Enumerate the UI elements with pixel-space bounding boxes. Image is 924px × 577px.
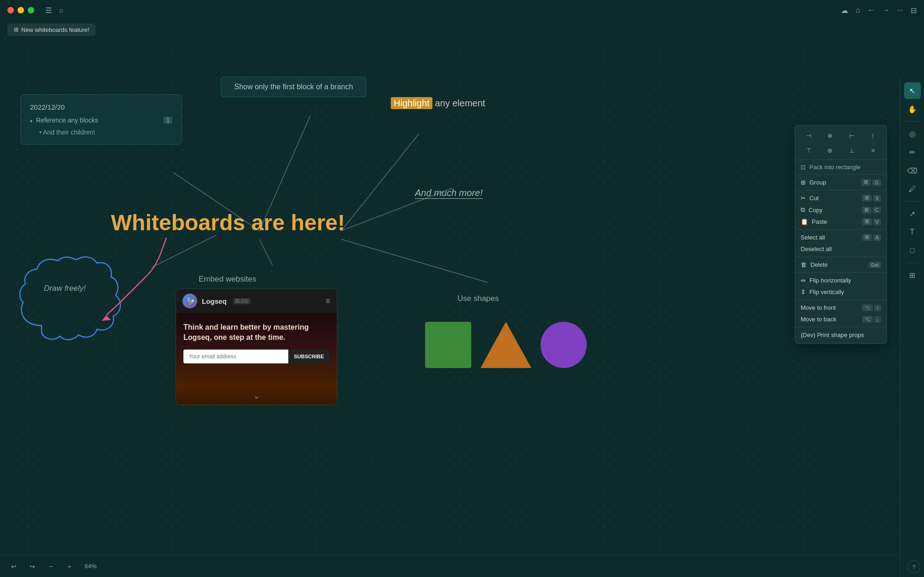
show-block-box: Show only the first block of a branch — [221, 77, 366, 97]
align-row-2: ⊤ ⊕ ⊥ ≡ — [795, 143, 887, 158]
cut-icon: ✂ — [801, 195, 806, 202]
toolbar-sep-1 — [906, 121, 919, 122]
embed-card[interactable]: 🦤 Logseq BLOG ≡ Think and learn better b… — [176, 288, 337, 405]
menu-item-move-front[interactable]: Move to front ⌥ ↑ — [795, 302, 887, 313]
shapes-label: Use shapes — [457, 294, 499, 303]
menu-item-paste[interactable]: 📋 Paste ⌘ V — [795, 216, 887, 227]
hamburger-icon[interactable]: ☰ — [45, 6, 52, 15]
orange-triangle[interactable] — [480, 322, 531, 368]
key-up: ↑ — [874, 305, 881, 311]
align-left-icon[interactable]: ⊣ — [803, 130, 814, 141]
embed-label-text: Embed websites — [199, 275, 256, 283]
undo-button[interactable]: ↩ — [7, 560, 20, 573]
paste-label: Paste — [812, 218, 827, 225]
cut-shortcut: ⌘ X — [862, 195, 881, 202]
select-all-shortcut: ⌘ A — [862, 234, 881, 241]
subscribe-button[interactable]: SUBSCRIBE — [288, 350, 329, 363]
main-title: Whiteboards are here! — [111, 210, 345, 235]
tab-bar: ⊞ New whiteboards feature! — [0, 20, 924, 39]
logseq-logo: 🦤 — [182, 294, 197, 308]
email-input[interactable] — [183, 350, 288, 363]
close-button[interactable] — [7, 7, 14, 13]
more-icon[interactable]: ··· — [897, 6, 903, 14]
back-icon[interactable]: ← — [868, 6, 875, 14]
pencil-tool[interactable]: ✏ — [904, 144, 921, 160]
pen-tool[interactable]: 🖊 — [904, 181, 921, 197]
align-top-icon[interactable]: ⊤ — [803, 145, 814, 156]
move-front-label: Move to front — [801, 304, 836, 311]
key-cmd5: ⌘ — [862, 234, 872, 241]
arrow-tool[interactable]: ↗ — [904, 205, 921, 222]
pack-icon: ⊡ — [801, 164, 806, 171]
tab-whiteboards[interactable]: ⊞ New whiteboards feature! — [7, 24, 96, 36]
embed-chevron[interactable]: ⌄ — [176, 387, 337, 405]
titlebar-icons: ☰ ⌕ — [45, 6, 64, 15]
align-center-h-icon[interactable]: ⊕ — [825, 130, 836, 141]
menu-divider-7 — [795, 327, 887, 327]
key-x: X — [873, 195, 881, 202]
tab-label: New whiteboards feature! — [21, 26, 89, 33]
align-middle-icon[interactable]: ⊕ — [825, 145, 836, 156]
zoom-level: 64% — [81, 563, 100, 570]
help-button[interactable]: ? — [907, 560, 920, 573]
key-opt2: ⌥ — [862, 316, 873, 323]
menu-item-delete[interactable]: 🗑 Delete Del — [795, 259, 887, 270]
embed-menu-icon[interactable]: ≡ — [325, 296, 330, 306]
purple-circle[interactable] — [541, 322, 587, 368]
menu-item-move-back[interactable]: Move to back ⌥ ↓ — [795, 313, 887, 325]
key-cmd3: ⌘ — [862, 207, 871, 214]
align-bottom-icon[interactable]: ⊥ — [846, 145, 857, 156]
maximize-button[interactable] — [28, 7, 34, 13]
flip-v-label: Flip vertically — [809, 288, 844, 295]
minimize-button[interactable] — [18, 7, 24, 13]
flip-h-icon: ⇔ — [801, 277, 806, 284]
cursor-tool[interactable]: ↖ — [904, 82, 921, 99]
date-title: 2022/12/20 — [30, 103, 172, 111]
shapes-label-text: Use shapes — [457, 294, 499, 303]
svg-line-6 — [152, 235, 216, 267]
distribute-h-icon[interactable]: ⫶ — [868, 130, 879, 141]
embed-tagline-line1: Think and learn better by mastering — [183, 323, 309, 331]
move-back-shortcut: ⌥ ↓ — [862, 316, 881, 323]
embed-email-row: SUBSCRIBE — [183, 350, 329, 363]
menu-item-select-all[interactable]: Select all ⌘ A — [795, 232, 887, 243]
distribute-v-icon[interactable]: ≡ — [868, 145, 879, 156]
layout-icon[interactable]: ⊟ — [911, 6, 917, 15]
bullet-dot: • — [30, 117, 32, 125]
canvas-area: 2022/12/20 • Reference any blocks 1 • An… — [0, 39, 924, 577]
svg-line-4 — [260, 239, 273, 265]
redo-button[interactable]: ↪ — [26, 560, 39, 573]
align-right-icon[interactable]: ⊢ — [846, 130, 857, 141]
dev-print-label: (Dev) Print shape props — [801, 331, 864, 338]
search-icon[interactable]: ⌕ — [59, 6, 64, 14]
frame-tool[interactable]: ⊞ — [904, 267, 921, 283]
target-tool[interactable]: ◎ — [904, 125, 921, 142]
shape-tool[interactable]: □ — [904, 242, 921, 259]
group-icon: ⊞ — [801, 179, 806, 186]
cloud-icon[interactable]: ☁ — [841, 6, 848, 15]
menu-item-copy[interactable]: ⧉ Copy ⌘ C — [795, 204, 887, 216]
date-card: 2022/12/20 • Reference any blocks 1 • An… — [20, 94, 182, 145]
green-square[interactable] — [425, 322, 471, 368]
menu-item-group[interactable]: ⊞ Group ⌘ G — [795, 177, 887, 188]
hand-tool[interactable]: ✋ — [904, 101, 921, 117]
badge-1: 1 — [164, 117, 172, 124]
eraser-tool[interactable]: ⌫ — [904, 162, 921, 179]
menu-item-deselect-all[interactable]: Deselect all — [795, 243, 887, 255]
pack-into-rectangle-item[interactable]: ⊡ Pack into rectangle — [795, 162, 887, 172]
menu-item-cut[interactable]: ✂ Cut ⌘ X — [795, 192, 887, 204]
embed-blog-tag: BLOG — [233, 298, 250, 304]
menu-item-flip-h[interactable]: ⇔ Flip horizontally — [795, 275, 887, 286]
text-tool[interactable]: T — [904, 224, 921, 240]
key-v: V — [873, 219, 881, 225]
menu-item-flip-v[interactable]: ⇕ Flip vertically — [795, 286, 887, 298]
sub-bullet-1: • And their children! — [39, 129, 172, 136]
zoom-out-button[interactable]: − — [44, 560, 57, 573]
home-icon[interactable]: ⌂ — [856, 6, 860, 14]
zoom-in-button[interactable]: + — [63, 560, 76, 573]
key-down: ↓ — [874, 316, 881, 323]
forward-icon[interactable]: → — [882, 6, 890, 14]
highlight-word: Highlight — [391, 97, 432, 109]
key-a: A — [873, 234, 881, 241]
menu-item-dev-print[interactable]: (Dev) Print shape props — [795, 329, 887, 341]
